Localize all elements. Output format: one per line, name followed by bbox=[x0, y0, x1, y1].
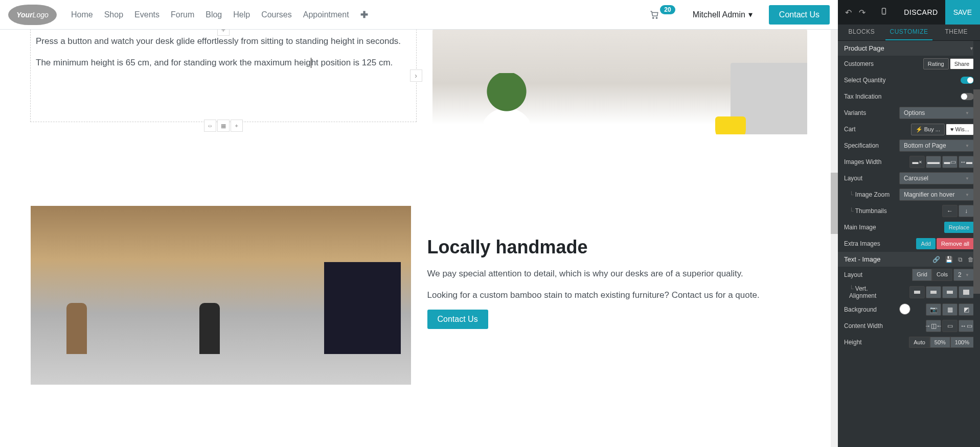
content-scrollbar-thumb[interactable] bbox=[831, 173, 838, 234]
toggle-tax-indication[interactable] bbox=[961, 93, 974, 100]
undo-icon[interactable]: ↶ bbox=[845, 8, 852, 17]
wishlist-button[interactable]: ♥Wis... bbox=[946, 124, 974, 135]
image-block-workshop[interactable] bbox=[31, 206, 411, 385]
toggle-select-quantity[interactable] bbox=[961, 77, 974, 84]
editor-top-bar: ↶ ↷ DISCARD SAVE bbox=[838, 0, 980, 25]
handmade-paragraph-2[interactable]: Looking for a custom bamboo stain to mat… bbox=[427, 289, 808, 302]
bg-video-icon[interactable]: ▦ bbox=[942, 303, 958, 316]
label-layout: Layout bbox=[844, 175, 895, 182]
height-auto[interactable]: Auto bbox=[909, 337, 930, 348]
label-content-width: Content Width bbox=[844, 322, 895, 330]
img-width-opt-1[interactable]: ▬✕ bbox=[909, 156, 925, 168]
valign-top[interactable] bbox=[909, 286, 925, 298]
nav-appointment[interactable]: Appointment bbox=[303, 10, 349, 19]
cart-count-badge: 20 bbox=[660, 5, 675, 14]
select-image-zoom[interactable]: Magnifier on hover▼ bbox=[899, 189, 974, 201]
move-handle-icon[interactable]: ‹› bbox=[204, 120, 216, 132]
select-variants[interactable]: Options▼ bbox=[899, 107, 974, 119]
section-heading[interactable]: Locally handmade bbox=[427, 237, 808, 258]
cart-button[interactable]: 20 bbox=[650, 10, 676, 19]
label-layout-2: Layout bbox=[844, 271, 895, 278]
panel-scrollbar-thumb[interactable] bbox=[973, 89, 980, 294]
section-header-product-page[interactable]: Product Page ▼ bbox=[838, 41, 980, 56]
edit-handle-right[interactable]: › bbox=[410, 69, 422, 82]
tab-blocks[interactable]: BLOCKS bbox=[838, 25, 885, 40]
text-block-editing[interactable]: + › Press a button and watch your desk g… bbox=[31, 30, 416, 122]
top-navigation: YourLogo Home Shop Events Forum Blog Hel… bbox=[0, 0, 838, 30]
label-extra-images: Extra Images bbox=[844, 240, 895, 247]
valign-bottom[interactable] bbox=[942, 286, 958, 298]
nav-events[interactable]: Events bbox=[134, 10, 159, 19]
add-menu-icon[interactable]: ✚ bbox=[360, 9, 368, 20]
select-specification[interactable]: Bottom of Page▼ bbox=[899, 139, 974, 152]
img-width-opt-3[interactable]: ▬▭ bbox=[942, 156, 958, 168]
label-images-width: Images Width bbox=[844, 158, 895, 166]
save-block-icon[interactable]: 💾 bbox=[945, 256, 953, 263]
nav-help[interactable]: Help bbox=[233, 10, 250, 19]
text-block-handmade[interactable]: Locally handmade We pay special attentio… bbox=[427, 206, 808, 329]
nav-shop[interactable]: Shop bbox=[104, 10, 123, 19]
link-icon[interactable]: 🔗 bbox=[932, 256, 940, 263]
site-logo[interactable]: YourLogo bbox=[8, 5, 57, 25]
cols-count-select[interactable]: 2▼ bbox=[953, 269, 974, 281]
bg-shape-icon[interactable]: ◩ bbox=[959, 303, 974, 316]
width-small[interactable]: →◫← bbox=[926, 320, 941, 332]
svg-point-1 bbox=[656, 17, 657, 18]
label-image-zoom: Image Zoom bbox=[844, 191, 895, 198]
image-block-desk[interactable] bbox=[432, 30, 808, 165]
label-main-image: Main Image bbox=[844, 224, 895, 231]
height-100[interactable]: 100% bbox=[950, 337, 974, 348]
duplicate-icon[interactable]: ⧉ bbox=[958, 256, 963, 263]
img-width-opt-4[interactable]: ↔▬ bbox=[959, 156, 974, 168]
layout-grid[interactable]: Grid bbox=[912, 269, 932, 281]
mobile-preview-icon[interactable] bbox=[880, 7, 887, 18]
nav-blog[interactable]: Blog bbox=[206, 10, 222, 19]
label-background: Background bbox=[844, 306, 895, 313]
bg-color-swatch[interactable] bbox=[899, 303, 910, 315]
nav-forum[interactable]: Forum bbox=[171, 10, 194, 19]
valign-middle[interactable] bbox=[926, 286, 941, 298]
bolt-icon: ⚡ bbox=[916, 126, 923, 133]
contact-us-button-2[interactable]: Contact Us bbox=[427, 310, 488, 329]
label-select-quantity: Select Quantity bbox=[844, 77, 895, 84]
edit-block-toolbar: ‹› ▦ + bbox=[204, 120, 243, 132]
remove-all-button[interactable]: Remove all bbox=[937, 238, 974, 249]
share-button[interactable]: Share bbox=[950, 58, 974, 69]
label-specification: Specification bbox=[844, 142, 895, 149]
img-width-opt-2[interactable]: ▬▬ bbox=[926, 156, 941, 168]
nav-courses[interactable]: Courses bbox=[261, 10, 292, 19]
desc-paragraph-1[interactable]: Press a button and watch your desk glide… bbox=[36, 35, 411, 48]
thumbnail-vertical[interactable]: ↓ bbox=[959, 205, 974, 217]
nav-home[interactable]: Home bbox=[71, 10, 93, 19]
section-header-text-image[interactable]: Text - Image 🔗 💾 ⧉ 🗑 bbox=[838, 252, 980, 267]
user-menu[interactable]: Mitchell Admin ▾ bbox=[693, 10, 753, 19]
bg-image-icon[interactable]: 📷 bbox=[926, 303, 941, 316]
thumbnail-horizontal[interactable]: ← bbox=[942, 205, 958, 217]
redo-icon[interactable]: ↷ bbox=[859, 8, 865, 17]
label-vert-alignment: Vert. Alignment bbox=[844, 285, 895, 299]
height-50[interactable]: 50% bbox=[930, 337, 950, 348]
buy-now-button[interactable]: ⚡Buy ... bbox=[911, 124, 945, 135]
contact-us-button[interactable]: Contact Us bbox=[769, 5, 830, 25]
add-image-button[interactable]: Add bbox=[916, 238, 936, 249]
content-scrollbar-track[interactable] bbox=[831, 30, 838, 447]
svg-point-0 bbox=[653, 17, 654, 18]
edit-handle-top[interactable]: + bbox=[217, 30, 230, 36]
discard-button[interactable]: DISCARD bbox=[897, 8, 945, 16]
tab-customize[interactable]: CUSTOMIZE bbox=[885, 25, 933, 40]
label-height: Height bbox=[844, 339, 895, 346]
grid-handle-icon[interactable]: ▦ bbox=[217, 120, 230, 132]
panel-scrollbar-track[interactable] bbox=[973, 41, 980, 447]
tab-theme[interactable]: THEME bbox=[932, 25, 980, 40]
width-medium[interactable]: ▭ bbox=[942, 320, 958, 332]
width-full[interactable]: ↔▭ bbox=[959, 320, 974, 332]
rating-button[interactable]: Rating bbox=[923, 58, 949, 69]
save-button[interactable]: SAVE bbox=[945, 0, 980, 25]
replace-image-button[interactable]: Replace bbox=[944, 222, 974, 233]
handmade-paragraph-1[interactable]: We pay special attention to detail, whic… bbox=[427, 267, 808, 280]
layout-cols[interactable]: Cols bbox=[932, 269, 952, 281]
select-layout[interactable]: Carousel▼ bbox=[899, 172, 974, 184]
valign-stretch[interactable] bbox=[959, 286, 974, 298]
add-handle-icon[interactable]: + bbox=[231, 120, 243, 132]
desc-paragraph-2[interactable]: The minimum height is 65 cm, and for sta… bbox=[36, 56, 411, 69]
